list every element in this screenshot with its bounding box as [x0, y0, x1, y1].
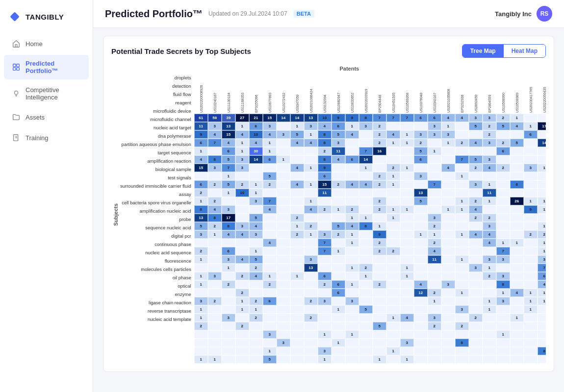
heatmap-cell: 3 — [414, 130, 428, 139]
heatmap-cell: 2 — [235, 322, 249, 330]
heatmap-cell — [510, 247, 524, 255]
heatmap-cell — [469, 130, 483, 139]
folder-icon — [12, 113, 21, 122]
row-label: microfluidic device — [120, 107, 194, 115]
sidebar-item-assets[interactable]: Assets — [4, 108, 89, 126]
heatmap-cell: 3 — [483, 255, 496, 264]
heatmap-cell: 5 — [373, 322, 386, 330]
heatmap-cell: 8 — [510, 180, 524, 189]
table-row: 9415410435185424133326 — [194, 130, 546, 139]
heatmap-cell: 15 — [194, 164, 208, 172]
heatmap-button[interactable]: Heat Map — [504, 45, 545, 57]
heatmap-cell — [249, 330, 263, 339]
heatmap-cell: 4 — [194, 155, 208, 164]
sidebar-item-portfolio[interactable]: Predicted Portfolio™ — [4, 55, 89, 79]
heatmap-cell: 4 — [249, 139, 263, 147]
heatmap-cell — [441, 297, 455, 305]
heatmap-cell — [277, 280, 290, 289]
heatmap-cell: 7 — [263, 197, 277, 205]
heatmap-cell — [318, 339, 332, 347]
heatmap-cell: 1 — [524, 305, 538, 314]
heatmap-cell: 58 — [208, 114, 222, 122]
heatmap-cell: 1 — [263, 347, 277, 355]
sidebar-item-home[interactable]: Home — [4, 34, 89, 53]
heatmap-cell — [510, 155, 524, 164]
heatmap-cell — [359, 230, 373, 239]
heatmap-cell: 2 — [194, 189, 208, 197]
heatmap-cell: 1 — [538, 164, 546, 172]
heatmap-cell — [441, 172, 455, 180]
company-name: Tangibly Inc — [495, 10, 532, 18]
heatmap-cell — [373, 214, 386, 222]
heatmap-cell — [222, 339, 235, 347]
heatmap-cell: 1 — [428, 147, 441, 155]
heatmap-cell — [428, 197, 441, 205]
table-row: 528341254812311 — [194, 222, 546, 230]
heatmap-cell — [235, 197, 249, 205]
heatmap-cell — [400, 180, 414, 189]
heatmap-cell: 4 — [290, 180, 304, 189]
heatmap-cell: 1 — [208, 355, 222, 364]
table-row: 485314618461467532 — [194, 155, 546, 164]
heatmap-cell: 6 — [524, 130, 538, 139]
sidebar-item-training[interactable]: Training — [4, 128, 89, 147]
heatmap-cell — [290, 314, 304, 322]
heatmap-cell — [414, 305, 428, 314]
heatmap-cell — [222, 305, 235, 314]
heatmap-wrapper: Subjects Patents dropletsdetectionfluid … — [111, 66, 546, 364]
heatmap-cell — [510, 355, 524, 364]
heatmap-cell — [332, 347, 345, 355]
heatmap-cell: 1 — [194, 197, 208, 205]
logo-text: TANGIBLY — [26, 13, 64, 21]
heatmap-cell — [277, 264, 290, 272]
heatmap-cell — [414, 272, 428, 280]
heatmap-cell: 2 — [538, 230, 546, 239]
heatmap-cell — [538, 189, 546, 197]
heatmap-cell — [524, 172, 538, 180]
user-avatar[interactable]: RS — [537, 6, 552, 22]
heatmap-cell: 7 — [400, 114, 414, 122]
heatmap-cell: 2 — [235, 272, 249, 280]
heatmap-cell — [345, 305, 359, 314]
heatmap-cell: 8 — [359, 114, 373, 122]
row-labels: dropletsdetectionfluid flowreagentmicrof… — [120, 74, 194, 364]
heatmap-cell — [332, 255, 345, 264]
heatmap-cell — [208, 330, 222, 339]
heatmap-cell — [386, 330, 400, 339]
table-row: 321262331131111 — [194, 297, 546, 305]
heatmap-cell: 4 — [304, 139, 318, 147]
heatmap-cell — [510, 339, 524, 347]
heatmap-cell — [524, 314, 538, 322]
heatmap-cell: 2 — [373, 172, 386, 180]
heatmap-cell — [222, 330, 235, 339]
heatmap-cell — [290, 330, 304, 339]
heatmap-cell: 2 — [373, 239, 386, 247]
heatmap-cell — [386, 122, 400, 130]
heatmap-cell: 4 — [345, 222, 359, 230]
heatmap-cell: 1 — [441, 205, 455, 214]
heatmap-cell — [400, 247, 414, 255]
heatmap-cell — [414, 322, 428, 330]
sidebar-item-competitive[interactable]: Competitive Intelligence — [4, 81, 89, 106]
heatmap-cell — [441, 314, 455, 322]
heatmap-cell: 3 — [469, 264, 483, 272]
heatmap-cell: 1 — [400, 130, 414, 139]
heatmap-cell: 6 — [332, 289, 345, 297]
heatmap-cell: 1 — [455, 230, 469, 239]
heatmap-cell — [441, 230, 455, 239]
heatmap-cell: 4 — [538, 280, 546, 289]
heatmap-cell: 2 — [455, 139, 469, 147]
heatmap-cell — [208, 339, 222, 347]
heatmap-cell — [524, 155, 538, 164]
col-header: US10633652 — [345, 74, 359, 113]
heatmap-cell: 2 — [249, 264, 263, 272]
heatmap-cell: 12 — [414, 289, 428, 297]
heatmap-cell — [194, 339, 208, 347]
col-header: EP2894559 — [483, 74, 496, 113]
treemap-button[interactable]: Tree Map — [462, 45, 504, 57]
heatmap-cell — [332, 164, 345, 172]
heatmap-cell: 3 — [277, 130, 290, 139]
heatmap-cell: 7 — [538, 264, 546, 272]
heatmap-cell — [496, 347, 510, 355]
heatmap-cell: 10 — [318, 114, 332, 122]
